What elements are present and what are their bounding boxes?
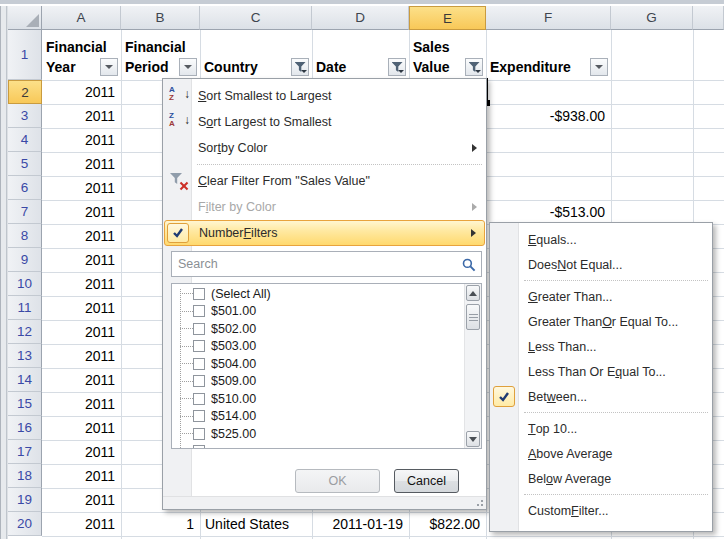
submenu-item-does-not-equal[interactable]: Does Not Equal... — [491, 252, 711, 277]
cell-a9[interactable]: 2011 — [42, 248, 115, 272]
submenu-item-less-than[interactable]: Less Than... — [491, 334, 711, 359]
submenu-item-between[interactable]: Between... — [491, 384, 711, 409]
row-header-4[interactable]: 4 — [8, 128, 42, 152]
cell-a20[interactable]: 2011 — [42, 512, 115, 536]
menu-item-sort-largest-to-smallest[interactable]: ZA↓Sort Largest to Smallest — [164, 109, 485, 135]
search-input[interactable] — [176, 254, 450, 274]
cell-f7[interactable]: -$513.00 — [486, 200, 605, 224]
header-cell-expenditure[interactable]: Expenditure — [486, 30, 611, 80]
filter-list-item-514-00[interactable]: $514.00 — [172, 408, 464, 426]
submenu-item-top-10[interactable]: Top 10... — [491, 416, 711, 441]
cell-a10[interactable]: 2011 — [42, 272, 115, 296]
cell-a16[interactable]: 2011 — [42, 416, 115, 440]
checkbox-unchecked[interactable] — [193, 340, 205, 352]
row-header-8[interactable]: 8 — [8, 224, 42, 248]
column-header-C[interactable]: C — [200, 6, 312, 30]
cell-a11[interactable]: 2011 — [42, 296, 115, 320]
filter-list-item-503-00[interactable]: $503.00 — [172, 338, 464, 356]
filter-list-item-509-00[interactable]: $509.00 — [172, 373, 464, 391]
filter-list-item-525-00[interactable]: $525.00 — [172, 425, 464, 443]
row-header-6[interactable]: 6 — [8, 176, 42, 200]
row-header-14[interactable]: 14 — [8, 368, 42, 392]
submenu-item-custom-filter[interactable]: Custom Filter... — [491, 498, 711, 523]
row-header-12[interactable]: 12 — [8, 320, 42, 344]
row-header-10[interactable]: 10 — [8, 272, 42, 296]
header-cell-financial-year[interactable]: FinancialYear — [42, 30, 121, 80]
resize-grip-icon[interactable] — [474, 499, 484, 507]
cell-a4[interactable]: 2011 — [42, 128, 115, 152]
filter-list-item-504-00[interactable]: $504.00 — [172, 355, 464, 373]
cell-a19[interactable]: 2011 — [42, 488, 115, 512]
row-header-13[interactable]: 13 — [8, 344, 42, 368]
cell-f3[interactable]: -$938.00 — [486, 104, 605, 128]
select-all-corner[interactable] — [8, 6, 42, 30]
cell-e20[interactable]: $822.00 — [409, 512, 480, 536]
header-cell-date[interactable]: Date — [312, 30, 409, 80]
menu-item-number-filters[interactable]: Number Filters — [164, 220, 485, 246]
filter-applied-button-country[interactable] — [291, 58, 309, 76]
scroll-thumb[interactable] — [466, 304, 480, 330]
filter-list-item-partial[interactable] — [172, 443, 464, 449]
cancel-button[interactable]: Cancel — [394, 469, 459, 493]
cell-a13[interactable]: 2011 — [42, 344, 115, 368]
column-header-G[interactable]: G — [611, 6, 693, 30]
checkbox-unchecked[interactable] — [193, 288, 205, 300]
cell-a17[interactable]: 2011 — [42, 440, 115, 464]
filter-applied-button-date[interactable] — [388, 58, 406, 76]
filter-dropdown-button-expenditure[interactable] — [590, 58, 608, 76]
row-header-7[interactable]: 7 — [8, 200, 42, 224]
cell-a18[interactable]: 2011 — [42, 464, 115, 488]
checkbox-unchecked[interactable] — [193, 323, 205, 335]
header-cell-sales-value[interactable]: SalesValue — [409, 30, 486, 80]
cell-d20[interactable]: 2011-01-19 — [312, 512, 403, 536]
header-cell-country[interactable]: Country — [200, 30, 312, 80]
checkbox-unchecked[interactable] — [193, 428, 205, 440]
checkbox-unchecked[interactable] — [193, 358, 205, 370]
scroll-up-button[interactable] — [466, 285, 480, 301]
checkbox-unchecked[interactable] — [193, 375, 205, 387]
filter-list-item-502-00[interactable]: $502.00 — [172, 320, 464, 338]
submenu-item-below-average[interactable]: Below Average — [491, 466, 711, 491]
row-header-2[interactable]: 2 — [8, 80, 42, 104]
cell-a2[interactable]: 2011 — [42, 80, 115, 104]
cell-a5[interactable]: 2011 — [42, 152, 115, 176]
submenu-item-greater-than-or-equal-to[interactable]: Greater Than Or Equal To... — [491, 309, 711, 334]
submenu-item-above-average[interactable]: Above Average — [491, 441, 711, 466]
cell-a7[interactable]: 2011 — [42, 200, 115, 224]
checkbox-unchecked[interactable] — [193, 445, 205, 448]
checkbox-unchecked[interactable] — [193, 410, 205, 422]
menu-item-sort-by-color[interactable]: Sort by Color — [164, 135, 485, 161]
checkbox-unchecked[interactable] — [193, 305, 205, 317]
row-header-1[interactable]: 1 — [8, 30, 42, 80]
submenu-item-equals[interactable]: Equals... — [491, 227, 711, 252]
cell-a15[interactable]: 2011 — [42, 392, 115, 416]
column-header-partial[interactable] — [693, 6, 724, 30]
cell-a6[interactable]: 2011 — [42, 176, 115, 200]
filter-list-item-501-00[interactable]: $501.00 — [172, 303, 464, 321]
submenu-item-greater-than[interactable]: Greater Than... — [491, 284, 711, 309]
filter-search-box[interactable] — [171, 251, 482, 277]
cell-a3[interactable]: 2011 — [42, 104, 115, 128]
column-header-B[interactable]: B — [121, 6, 200, 30]
header-cell-financial-period[interactable]: FinancialPeriod — [121, 30, 200, 80]
menu-item-filter-by-color[interactable]: Filter by Color — [164, 194, 485, 220]
filter-list-item-510-00[interactable]: $510.00 — [172, 390, 464, 408]
row-header-11[interactable]: 11 — [8, 296, 42, 320]
filter-dropdown-button-financial-period[interactable] — [179, 58, 197, 76]
cell-a14[interactable]: 2011 — [42, 368, 115, 392]
column-header-A[interactable]: A — [42, 6, 121, 30]
row-header-18[interactable]: 18 — [8, 464, 42, 488]
filter-applied-button-sales-value[interactable] — [465, 58, 483, 76]
menu-item-sort-smallest-to-largest[interactable]: AZ↓Sort Smallest to Largest — [164, 83, 485, 109]
column-header-E[interactable]: E — [409, 6, 486, 30]
row-header-17[interactable]: 17 — [8, 440, 42, 464]
scroll-down-button[interactable] — [466, 431, 480, 447]
list-scrollbar[interactable] — [464, 284, 481, 448]
row-header-20[interactable]: 20 — [8, 512, 42, 536]
row-header-9[interactable]: 9 — [8, 248, 42, 272]
row-header-16[interactable]: 16 — [8, 416, 42, 440]
menu-resize-bar[interactable] — [163, 496, 486, 509]
row-header-3[interactable]: 3 — [8, 104, 42, 128]
cell-a12[interactable]: 2011 — [42, 320, 115, 344]
row-header-19[interactable]: 19 — [8, 488, 42, 512]
